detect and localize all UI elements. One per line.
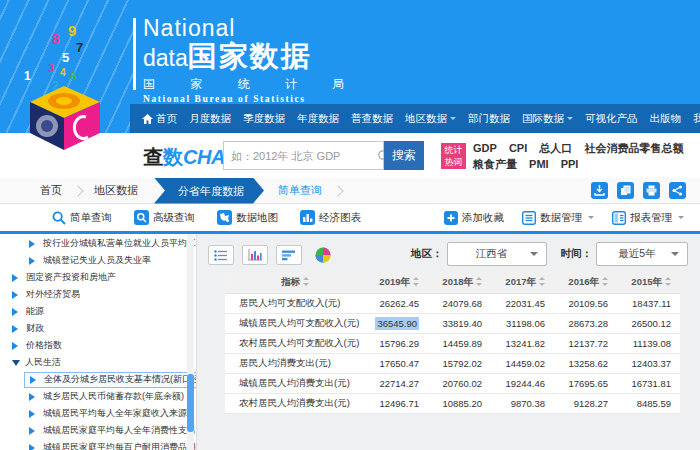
nav-item-census[interactable]: 普查数据 (347, 112, 397, 126)
value-cell[interactable]: 33819.40 (428, 313, 491, 333)
search-input[interactable] (224, 150, 377, 162)
value-cell[interactable]: 17695.65 (554, 373, 617, 393)
sidebar-item[interactable]: 价格指数 (0, 337, 196, 354)
value-cell[interactable]: 9128.27 (554, 393, 617, 413)
value-cell[interactable]: 10885.20 (428, 393, 491, 413)
sidebar-item[interactable]: 城镇居民家庭平均每人全年消费性支出 (0, 422, 196, 439)
sidebar-item[interactable]: 能源 (0, 303, 196, 320)
value-cell[interactable]: 20109.56 (554, 293, 617, 313)
hot-word-pmi[interactable]: PMI (529, 158, 549, 170)
nav-item-quarterly[interactable]: 季度数据 (239, 112, 289, 126)
value-cell[interactable]: 11139.08 (617, 333, 680, 353)
nav-item-regional[interactable]: 地区数据 (401, 112, 460, 126)
hot-word-ppi[interactable]: PPI (561, 158, 579, 170)
hot-word-retail[interactable]: 社会消费品零售总额 (584, 142, 683, 154)
value-cell[interactable]: 20760.02 (428, 373, 491, 393)
share-button[interactable] (669, 182, 686, 199)
nav-item-international[interactable]: 国际数据 (518, 112, 577, 126)
time-select[interactable]: 最近5年 (596, 242, 688, 266)
breadcrumb-home[interactable]: 首页 (30, 183, 72, 198)
print-button[interactable] (643, 182, 660, 199)
column-header-2018[interactable]: 2018年 (428, 272, 491, 293)
value-cell[interactable]: 18437.11 (617, 293, 680, 313)
nav-item-favorites[interactable]: 我的收藏 (689, 112, 700, 126)
value-cell[interactable]: 8485.59 (617, 393, 680, 413)
sidebar-item[interactable]: 财政 (0, 320, 196, 337)
sidebar-item[interactable]: 城镇居民家庭平均每百户耐用消费品拥有 (0, 439, 196, 450)
breadcrumb-regional-data[interactable]: 地区数据 (84, 183, 148, 198)
cell-value-selected: 36545.90 (375, 317, 419, 330)
value-cell[interactable]: 26262.45 (365, 293, 428, 313)
copy-button[interactable] (617, 182, 634, 199)
value-cell[interactable]: 12137.72 (554, 333, 617, 353)
sidebar-item-selected[interactable]: 全体及分城乡居民收支基本情况(新口径) (0, 371, 196, 388)
value-cell[interactable]: 22031.45 (491, 293, 554, 313)
nav-item-visualization[interactable]: 可视化产品 (581, 112, 642, 126)
value-cell[interactable]: 28673.28 (554, 313, 617, 333)
hot-word-cpi[interactable]: CPI (509, 142, 527, 154)
sidebar-item[interactable]: 城镇居民平均每人全年家庭收入来源 (0, 405, 196, 422)
bar-chart-view-button[interactable] (242, 245, 268, 265)
value-cell[interactable]: 14459.89 (428, 333, 491, 353)
svg-text:9: 9 (68, 22, 76, 39)
report-manage-button[interactable]: 报表管理 (612, 211, 684, 225)
value-cell[interactable]: 13241.82 (491, 333, 554, 353)
value-cell[interactable]: 24079.68 (428, 293, 491, 313)
region-select[interactable]: 江西省 (447, 242, 547, 266)
econ-charts-button[interactable]: 经济图表 (300, 210, 361, 225)
column-header-2017[interactable]: 2017年 (491, 272, 554, 293)
value-cell[interactable]: 15792.02 (428, 353, 491, 373)
advanced-query-button[interactable]: 高级查询 (134, 210, 195, 225)
value-cell[interactable]: 14459.02 (491, 353, 554, 373)
value-cell[interactable]: 15796.29 (365, 333, 428, 353)
site-logo[interactable]: National data国家数据 国 家 统 计 局 National Bur… (133, 16, 360, 104)
svg-text:5: 5 (62, 50, 69, 65)
sidebar-item[interactable]: 城乡居民人民币储蓄存款(年底余额) (0, 388, 196, 405)
value-cell[interactable]: 31198.06 (491, 313, 554, 333)
hbar-chart-view-button[interactable] (276, 245, 302, 265)
nav-label: 部门数据 (468, 112, 510, 126)
value-cell[interactable]: 26500.12 (617, 313, 680, 333)
hot-word-population[interactable]: 总人口 (539, 142, 572, 154)
column-header-indicator[interactable]: 指标 (225, 272, 365, 293)
value-cell[interactable]: 17650.47 (365, 353, 428, 373)
pie-chart-view-button[interactable] (310, 245, 336, 265)
nav-item-home[interactable]: 首页 (138, 112, 181, 126)
sidebar-item-expanded[interactable]: 人民生活 (0, 354, 196, 371)
sidebar-item[interactable]: 固定资产投资和房地产 (0, 269, 196, 286)
sidebar-scrollbar-thumb[interactable] (187, 374, 194, 432)
sidebar-item[interactable]: 城镇登记失业人员及失业率 (0, 252, 196, 269)
nav-item-publications[interactable]: 出版物 (646, 112, 686, 126)
simple-query-button[interactable]: 简单查询 (52, 211, 112, 225)
expand-arrow-icon (12, 342, 22, 350)
hot-word-grain[interactable]: 粮食产量 (473, 158, 517, 170)
value-cell-highlighted[interactable]: 36545.90 (365, 313, 428, 333)
breadcrumb-active-tab[interactable]: 分省年度数据 (154, 178, 264, 204)
list-view-button[interactable] (208, 245, 234, 265)
data-map-button[interactable]: 数据地图 (217, 210, 278, 225)
hot-word-gdp[interactable]: GDP (473, 142, 497, 154)
search-button[interactable]: 搜索 (384, 141, 424, 170)
sidebar-item[interactable]: 按行业分城镇私营单位就业人员平均工资 (0, 235, 196, 252)
value-cell[interactable]: 12496.71 (365, 393, 428, 413)
value-cell[interactable]: 12403.37 (617, 353, 680, 373)
value-cell[interactable]: 16731.81 (617, 373, 680, 393)
value-cell[interactable]: 19244.46 (491, 373, 554, 393)
column-header-2019[interactable]: 2019年 (365, 272, 428, 293)
data-manage-button[interactable]: 数据管理 (522, 211, 594, 225)
value-cell[interactable]: 13258.62 (554, 353, 617, 373)
indicator-cell: 农村居民人均可支配收入(元) (225, 333, 365, 353)
nav-label: 普查数据 (351, 112, 393, 126)
column-header-2015[interactable]: 2015年 (617, 272, 680, 293)
brand-line2-en: data (143, 45, 188, 71)
nav-item-annual[interactable]: 年度数据 (293, 112, 343, 126)
download-button[interactable] (591, 182, 608, 199)
nav-item-department[interactable]: 部门数据 (464, 112, 514, 126)
nav-item-monthly[interactable]: 月度数据 (185, 112, 235, 126)
value-cell[interactable]: 9870.38 (491, 393, 554, 413)
breadcrumb-simple-query[interactable]: 简单查询 (264, 183, 332, 198)
sidebar-item[interactable]: 对外经济贸易 (0, 286, 196, 303)
value-cell[interactable]: 22714.27 (365, 373, 428, 393)
add-favorite-button[interactable]: 添加收藏 (444, 211, 504, 225)
column-header-2016[interactable]: 2016年 (554, 272, 617, 293)
